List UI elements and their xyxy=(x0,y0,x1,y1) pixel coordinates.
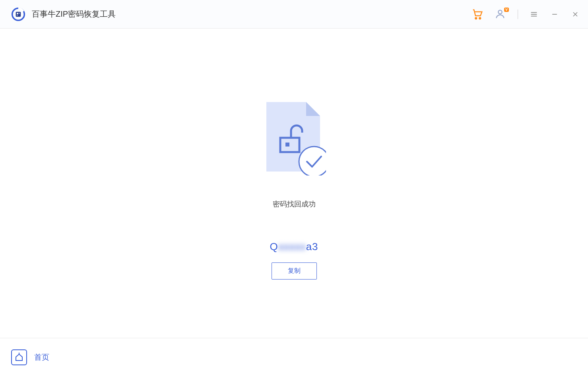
app-header: 百事牛ZIP密码恢复工具 V xyxy=(0,0,588,29)
unlocked-file-icon xyxy=(262,100,326,175)
close-icon[interactable] xyxy=(571,10,580,19)
password-hidden-part: xxxxx xyxy=(278,241,306,253)
password-suffix: a3 xyxy=(306,241,318,253)
svg-point-6 xyxy=(479,17,481,19)
user-account-icon[interactable]: V xyxy=(495,8,506,20)
svg-rect-4 xyxy=(17,15,17,15)
copy-button[interactable]: 复制 xyxy=(272,262,317,280)
svg-point-7 xyxy=(498,10,502,13)
footer-bar: 首页 xyxy=(0,338,588,376)
header-right: V xyxy=(472,8,580,20)
header-divider xyxy=(518,10,518,19)
svg-rect-2 xyxy=(17,13,18,14)
svg-point-5 xyxy=(475,17,477,19)
main-content: 密码找回成功 Qxxxxxa3 复制 xyxy=(0,29,588,338)
status-message: 密码找回成功 xyxy=(273,199,316,209)
svg-rect-3 xyxy=(19,13,20,13)
header-left: 百事牛ZIP密码恢复工具 xyxy=(11,7,116,21)
shopping-cart-icon[interactable] xyxy=(472,8,483,20)
vip-badge-icon: V xyxy=(504,8,509,12)
home-label[interactable]: 首页 xyxy=(34,352,49,363)
svg-point-16 xyxy=(299,147,326,175)
recovered-password: Qxxxxxa3 xyxy=(270,241,318,253)
app-logo-icon xyxy=(11,7,25,21)
home-button[interactable] xyxy=(11,349,27,365)
password-prefix: Q xyxy=(270,241,278,253)
app-title: 百事牛ZIP密码恢复工具 xyxy=(32,9,116,19)
minimize-icon[interactable] xyxy=(550,10,559,19)
svg-rect-15 xyxy=(285,143,289,147)
menu-icon[interactable] xyxy=(529,10,539,19)
